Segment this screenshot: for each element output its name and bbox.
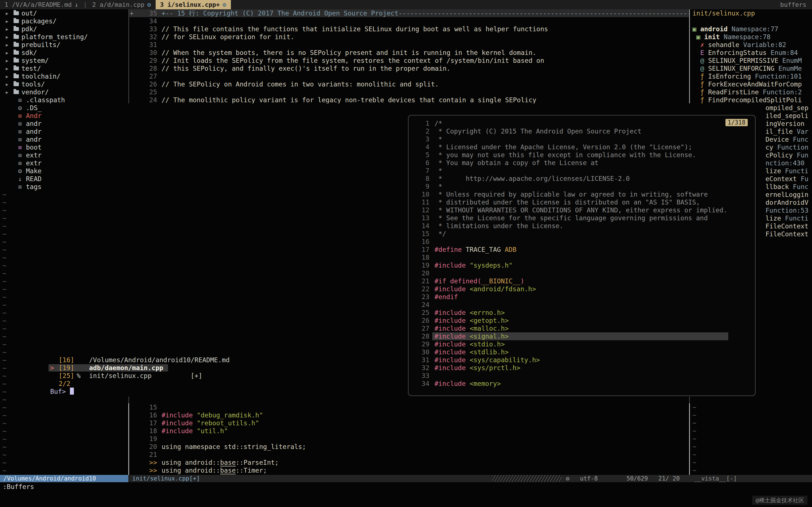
buffer-item-25-current[interactable]: [25] % init/selinux.cpp [+]	[45, 372, 406, 380]
folder-icon	[13, 35, 19, 39]
vista-entry: ƒ FindPrecompiledSplitPoli	[691, 96, 812, 104]
chevron-right-icon: ▸	[5, 72, 13, 80]
code-line: 16#include "debug_ramdisk.h"	[129, 411, 689, 419]
command-line[interactable]: :Buffers	[3, 483, 34, 491]
vista-entry-clipped: lize Functi	[765, 214, 808, 222]
syntax-token: <memory>	[470, 380, 501, 387]
vista-entry: ƒ ReadFirstLine Function:2	[691, 88, 812, 96]
tilde-marker: ~	[3, 364, 6, 372]
buffer-item-19-selected[interactable]: > [19] adb/daemon/main.cpp	[45, 364, 406, 372]
tree-item-tools[interactable]: ▸tools/	[0, 80, 128, 88]
buffer-item-16[interactable]: [16] /Volumes/Android/android10/README.m…	[45, 356, 406, 364]
syntax-token: Variable:82	[739, 41, 786, 48]
tree-item-pdk[interactable]: ▸pdk/	[0, 25, 128, 33]
vista-clipped-entries: ompiled_sepiled_sepoliingVersionil_file …	[765, 104, 808, 238]
code-line: 31#include <sys/capability.h>	[409, 356, 755, 364]
syntax-token: #include	[435, 341, 470, 348]
tree-item-.classpath[interactable]: ≡.classpath	[0, 96, 128, 104]
tree-item-label: .classpath	[26, 96, 65, 104]
line-number: 24	[409, 301, 429, 309]
modified-flag: [+]	[191, 372, 202, 380]
fzf-prompt[interactable]: Buf>	[45, 388, 406, 395]
line-number: 30	[409, 348, 429, 356]
syntax-token: *	[435, 167, 442, 174]
code-text: #include <sys/prctl.h>	[435, 364, 520, 372]
code-text: llback Func	[765, 183, 808, 190]
match-count: 2/2	[59, 380, 70, 388]
syntax-token: E	[693, 49, 708, 56]
tree-item-label: .DS_	[26, 104, 42, 112]
tilde-marker: ~	[3, 230, 6, 238]
code-text: #include <android/fdsan.h>	[435, 285, 536, 293]
syntax-token: TRACE_TAG	[466, 246, 505, 253]
code-line: 25#include <errno.h>	[409, 309, 755, 317]
editor-window-bottom-split[interactable]: 1516#include "debug_ramdisk.h"17#include…	[129, 403, 689, 475]
line-number: 5	[409, 151, 429, 159]
code-text: ✗ sehandle Variable:82	[693, 41, 786, 48]
syntax-token: #include	[435, 317, 470, 324]
tilde-marker: ~	[3, 380, 6, 388]
empty-line-tilde: ~	[0, 451, 128, 459]
code-text: cPolicy Fun	[765, 152, 808, 159]
code-line: 21	[129, 451, 689, 459]
line-number: 20	[409, 269, 429, 277]
editor-window-selinux-cpp[interactable]: +35+-- 15 行: Copyright (C) 2017 The Andr…	[129, 9, 689, 105]
line-number: 10	[409, 190, 429, 198]
tilde-marker: ~	[3, 238, 6, 245]
line-number: 32	[409, 364, 429, 372]
folder-icon	[13, 90, 19, 94]
tilde-marker: ~	[3, 191, 6, 198]
folder-icon	[13, 82, 19, 86]
vista-entry: ▣ init Namespace:78	[691, 33, 812, 41]
code-line: 3 *	[409, 135, 755, 143]
code-line: 16	[409, 238, 755, 245]
fzf-buffers-popup: [16] /Volumes/Android/android10/README.m…	[45, 103, 757, 397]
tree-item-system[interactable]: ▸system/	[0, 57, 128, 64]
lines-icon: ≡	[18, 135, 26, 144]
code-text: init/selinux.cpp	[693, 10, 755, 17]
line-number: 27	[129, 72, 157, 80]
empty-line-tilde: ~	[0, 427, 128, 435]
line-number: 31	[129, 41, 157, 49]
tree-item-test[interactable]: ▸test/	[0, 64, 128, 72]
line-number: 23	[409, 293, 429, 301]
code-text: // This file contains the functions that…	[161, 25, 548, 33]
tree-item-label: READ	[26, 175, 42, 183]
vista-entry-clipped: llback Func	[765, 183, 808, 191]
code-text: lize Functi	[765, 167, 808, 175]
syntax-token: ƒ	[693, 73, 708, 80]
syntax-token: dorAndroidV	[765, 199, 808, 206]
tab-readme[interactable]: 1 /V/A/a/README.md ↓	[0, 0, 83, 9]
tree-item-label: Andr	[26, 112, 42, 120]
tab-label: 2 a/d/main.cpp	[92, 1, 144, 9]
tree-item-prebuilts[interactable]: ▸prebuilts/	[0, 41, 128, 49]
tree-item-platform_testing[interactable]: ▸platform_testing/	[0, 33, 128, 41]
vista-entry: ✗ sehandle Variable:82	[691, 41, 812, 49]
line-number: >>	[129, 459, 157, 466]
tab-selinux-cpp-active[interactable]: 3 i/selinux.cpp+ ⚙	[156, 0, 231, 9]
code-line: 17#define TRACE_TAG ADB	[409, 245, 755, 253]
tree-item-out[interactable]: ▸out/	[0, 9, 128, 17]
tree-item-vendor[interactable]: ▸vendor/	[0, 88, 128, 96]
lines-icon: ≡	[18, 183, 26, 191]
prompt-label: Buf>	[50, 388, 66, 395]
syntax-token: )	[520, 277, 524, 285]
tree-item-packages[interactable]: ▸packages/	[0, 17, 128, 25]
syntax-token: llback	[765, 183, 793, 190]
code-text: #if defined(__BIONIC__)	[435, 277, 524, 285]
folder-icon	[13, 74, 19, 78]
line-number: 17	[129, 419, 157, 427]
tree-item-toolchain[interactable]: ▸toolchain/	[0, 72, 128, 80]
line-number: 28	[129, 64, 157, 72]
fzf-pointer-icon: >	[50, 364, 54, 372]
preview-window[interactable]: 1/318 1/*2 * Copyright (C) 2015 The Andr…	[408, 115, 756, 396]
tree-item-sdk[interactable]: ▸sdk/	[0, 49, 128, 57]
tab-main-cpp[interactable]: 2 a/d/main.cpp ⚙	[88, 0, 156, 9]
syntax-token: ingVersion	[765, 120, 804, 127]
code-text: #include "debug_ramdisk.h"	[161, 411, 263, 419]
code-text: Device Func	[765, 136, 808, 143]
code-line: 5 * you may not use this file except in …	[409, 151, 755, 159]
tilde-marker: ~	[3, 412, 6, 419]
window-separator-left-bright	[128, 403, 129, 475]
syntax-token: EnumM	[778, 57, 802, 64]
